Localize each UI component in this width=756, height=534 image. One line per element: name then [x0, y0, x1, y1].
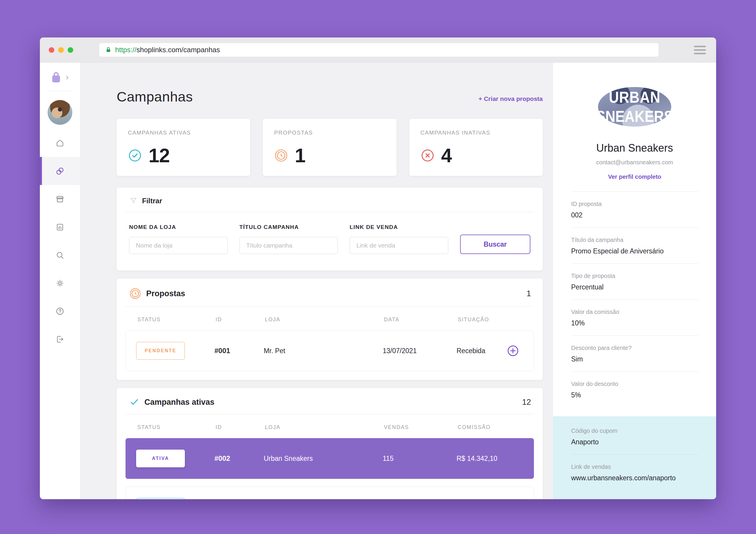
sales-link-input[interactable] [350, 237, 448, 254]
check-circle-icon [128, 148, 142, 163]
sidebar-item-reports[interactable] [40, 213, 80, 241]
field-value: 002 [571, 211, 698, 219]
create-proposal-link[interactable]: + Criar nova proposta [478, 95, 543, 102]
stat-label: PROPOSTAS [274, 130, 385, 136]
browser-menu-icon[interactable] [694, 46, 706, 54]
lock-icon [105, 47, 112, 53]
campaign-title-input[interactable] [239, 237, 338, 254]
maximize-window-button[interactable] [68, 47, 73, 53]
proposal-situation: Recebida [457, 347, 507, 355]
link-icon [55, 166, 65, 176]
main-content: Campanhas + Criar nova proposta CAMPANHA… [80, 63, 553, 499]
column-header: STATUS [137, 317, 216, 323]
search-icon [55, 250, 65, 260]
profile-field-proposal-type: Tipo de proposta Percentual [571, 264, 698, 300]
field-value: www.urbansneakers.com/anaporto [571, 474, 698, 482]
table-row-selected[interactable]: ATIVA #002 Urban Sneakers 115 R$ 14.342,… [125, 438, 534, 479]
chevron-right-icon[interactable] [64, 74, 70, 81]
filter-title: Filtrar [142, 197, 162, 205]
field-label: Link de vendas [571, 464, 698, 470]
column-header: LOJA [265, 317, 384, 323]
sidebar-item-settings[interactable] [40, 269, 80, 297]
profile-field-coupon-code: Código do cupom Anaporto [571, 419, 698, 455]
proposal-id: #001 [214, 347, 264, 355]
divider [125, 306, 534, 307]
table-row[interactable]: PENDENTE #001 Mr. Pet 13/07/2021 Recebid… [125, 330, 534, 371]
column-header: STATUS [137, 424, 216, 430]
help-icon [55, 307, 65, 316]
column-header: ID [216, 424, 265, 430]
sidebar-item-stores[interactable] [40, 185, 80, 213]
active-campaigns-card: Campanhas ativas 12 STATUS ID LOJA VENDA… [117, 388, 543, 499]
app-logo[interactable] [49, 71, 70, 84]
status-badge: ATIVA [136, 450, 185, 467]
divider [125, 414, 534, 414]
filter-funnel-icon [129, 196, 138, 205]
proposal-date: 13/07/2021 [383, 347, 457, 355]
field-label: Valor da comissão [571, 309, 698, 316]
field-value: 10% [571, 319, 698, 327]
clock-circle-icon [274, 148, 288, 163]
close-window-button[interactable] [49, 47, 54, 53]
profile-field-sales-link: Link de vendas www.urbansneakers.com/ana… [571, 455, 698, 490]
window-controls [49, 47, 73, 53]
proposals-card: Propostas 1 STATUS ID LOJA DATA SITUAÇÃO… [117, 278, 543, 380]
browser-chrome: https://shoplinks.com/campanhas [40, 38, 716, 63]
filter-card: Filtrar NOME DA LOJA TÍTULO CAMPANHA LIN… [117, 188, 543, 270]
stat-value: 1 [295, 144, 305, 167]
profile-field-customer-discount: Desconto para cliente? Sim [571, 336, 698, 372]
profile-field-campaign-title: Título da campanha Promo Especial de Ani… [571, 228, 698, 264]
sidebar-item-campaigns[interactable] [40, 157, 80, 185]
field-label: Título da campanha [571, 237, 698, 243]
sidebar-item-logout[interactable] [40, 325, 80, 353]
url-scheme: https:// [115, 46, 136, 54]
store-email: contact@urbansneakers.com [596, 159, 673, 166]
sidebar [40, 63, 80, 499]
check-icon [129, 397, 140, 407]
profile-field-discount-value: Valor do desconto 5% [571, 372, 698, 407]
sidebar-item-home[interactable] [40, 129, 80, 157]
field-value: 5% [571, 391, 698, 399]
field-value: Anaporto [571, 438, 698, 446]
store-name-input[interactable] [129, 237, 228, 254]
proposals-count: 1 [526, 289, 531, 298]
logout-icon [55, 335, 65, 344]
home-icon [55, 139, 65, 148]
profile-panel: URBAN SNEAKERS Urban Sneakers contact@ur… [553, 63, 716, 499]
active-campaigns-title: Campanhas ativas [145, 398, 214, 407]
sidebar-item-help[interactable] [40, 297, 80, 325]
proposal-store: Mr. Pet [264, 347, 383, 355]
field-value: Promo Especial de Aniversário [571, 247, 698, 255]
user-avatar[interactable] [47, 100, 72, 125]
column-header: COMISSÃO [458, 424, 505, 430]
gear-icon [55, 278, 65, 288]
store-name: Urban Sneakers [596, 142, 673, 154]
browser-window: https://shoplinks.com/campanhas [40, 38, 716, 499]
search-button[interactable]: Buscar [460, 235, 530, 254]
filter-label-store-name: NOME DA LOJA [129, 224, 228, 230]
campaign-sales: 115 [383, 455, 457, 463]
divider [125, 212, 534, 212]
sidebar-divider [48, 91, 72, 91]
store-logo: URBAN SNEAKERS [598, 87, 671, 127]
view-full-profile-link[interactable]: Ver perfil completo [608, 173, 661, 180]
x-circle-icon [420, 148, 435, 163]
address-bar[interactable]: https://shoplinks.com/campanhas [99, 43, 659, 57]
campaign-commission: R$ 14.342,10 [457, 455, 507, 463]
proposals-title: Propostas [146, 289, 185, 298]
bar-chart-icon [55, 222, 65, 232]
campaign-store: Urban Sneakers [264, 455, 383, 463]
column-header: VENDAS [384, 424, 458, 430]
stat-card-inactive-campaigns: CAMPANHAS INATIVAS 4 [409, 119, 543, 176]
field-label: Código do cupom [571, 427, 698, 434]
store-icon [55, 194, 65, 204]
column-header: LOJA [265, 424, 384, 430]
field-label: ID proposta [571, 201, 698, 207]
table-row[interactable]: ATIVA #003 Natural Beauty 335 R$ 3.324,2… [125, 487, 534, 499]
expand-plus-icon[interactable] [507, 344, 519, 357]
sidebar-item-search[interactable] [40, 241, 80, 269]
stat-card-active-campaigns: CAMPANHAS ATIVAS 12 [117, 119, 250, 176]
minimize-window-button[interactable] [58, 47, 64, 53]
filter-label-campaign-title: TÍTULO CAMPANHA [239, 224, 338, 230]
field-label: Valor do desconto [571, 381, 698, 387]
